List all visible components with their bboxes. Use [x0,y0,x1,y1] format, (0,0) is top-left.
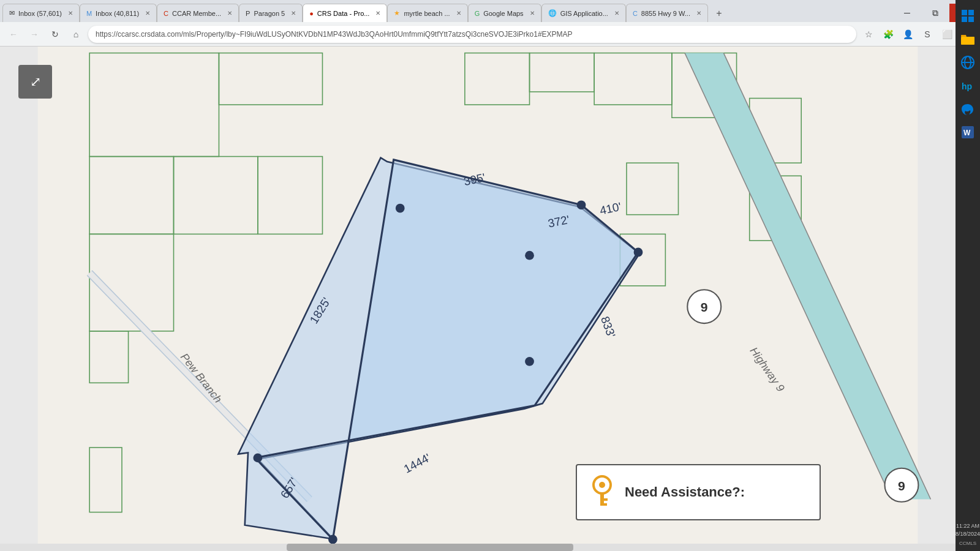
content-area: Email Save PDF [0,47,956,551]
ie-icon [960,55,975,70]
tab-close-paragon[interactable]: ✕ [291,10,296,17]
new-tab-button[interactable]: + [710,5,728,22]
tab-favicon-ccar: C [164,10,168,17]
tab-paragon[interactable]: P Paragon 5 ✕ [239,4,303,22]
bookmark-star-button[interactable]: ☆ [860,26,877,43]
assistance-text: Need Assistance?: [625,484,745,500]
collapse-icon: ⤢ [30,74,41,90]
tab-close-myrtle[interactable]: ✕ [456,10,461,17]
tab-close-gis[interactable]: ✕ [614,10,619,17]
svg-text:hp: hp [962,81,972,91]
tab-favicon-inbox1: ✉ [9,9,15,17]
svg-point-30 [396,204,405,213]
browser-toolbar: ← → ↻ ⌂ https://ccarsc.crsdata.com/mls/P… [0,22,980,47]
forward-button[interactable]: → [26,26,43,43]
key-icon-wrapper [587,474,617,511]
tab-close-ccar[interactable]: ✕ [227,10,232,17]
word-icon: W [960,125,975,140]
tab-myrtle[interactable]: ★ myrtle beach ... ✕ [387,4,467,22]
svg-rect-41 [604,503,607,506]
tab-8855hwy[interactable]: C 8855 Hwy 9 W... ✕ [626,4,708,22]
svg-point-32 [525,251,534,260]
tab-close-inbox1[interactable]: ✕ [68,10,73,17]
tab-label-inbox2: Inbox (40,811) [96,10,139,17]
tab-inbox2[interactable]: M Inbox (40,811) ✕ [80,4,157,22]
route9-label-upper: 9 [701,300,708,314]
system-date: 8/18/2024 [956,531,980,538]
tab-favicon-inbox2: M [86,10,92,17]
svg-point-36 [328,535,337,544]
svg-text:W: W [963,129,971,137]
key-icon [588,474,616,511]
tab-favicon-myrtle: ★ [394,9,400,17]
tab-label-inbox1: Inbox (57,601) [18,10,62,17]
tab-favicon-googlemaps: G [475,10,480,17]
extension-puzzle-button[interactable]: 🧩 [880,26,897,43]
tab-label-8855hwy: 8855 Hwy 9 W... [641,10,690,17]
edge-icon [960,102,975,116]
tab-googlemaps[interactable]: G Google Maps ✕ [468,4,541,22]
tab-label-crsdata: CRS Data - Pro... [317,10,370,17]
svg-rect-39 [600,492,604,506]
hp-icon: hp [960,78,975,93]
tab-ccar[interactable]: C CCAR Membe... ✕ [157,4,239,22]
profile-button[interactable]: 👤 [899,26,916,43]
taskbar-btn-edge[interactable] [957,98,979,120]
tab-close-8855hwy[interactable]: ✕ [696,10,701,17]
extensions-button[interactable]: ⬜ [938,26,956,43]
svg-point-35 [253,453,262,462]
reload-button[interactable]: ↻ [47,26,64,43]
map-container[interactable]: 395' 372' 410' 833' 1444' 1825' 657' 9 [0,47,956,551]
browser-tabs: ✉ Inbox (57,601) ✕ M Inbox (40,811) ✕ C … [0,0,980,22]
tab-favicon-8855hwy: C [633,10,638,17]
tab-close-crsdata[interactable]: ✕ [375,10,380,17]
svg-point-33 [634,248,643,257]
tab-inbox1[interactable]: ✉ Inbox (57,601) ✕ [2,4,80,22]
windows-taskbar-right: hp W 11:22 AM 8/18/2024 CCMLS [956,47,980,551]
tab-label-myrtle: myrtle beach ... [404,10,450,17]
tab-favicon-paragon: P [246,10,250,17]
tab-label-gis: GIS Applicatio... [560,10,608,17]
system-time: 11:22 AM [956,523,979,530]
address-bar-text: https://ccarsc.crsdata.com/mls/Property/… [96,30,573,39]
tab-favicon-gis: 🌐 [548,9,557,17]
svg-point-38 [599,482,605,488]
assistance-box: Need Assistance?: [576,464,821,520]
svg-point-31 [577,200,586,209]
main-content-wrapper: Email Save PDF [0,47,980,551]
tab-crsdata[interactable]: ● CRS Data - Pro... ✕ [303,4,387,22]
tab-label-googlemaps: Google Maps [483,10,523,17]
home-button[interactable]: ⌂ [67,26,85,43]
route9-label-lower: 9 [898,479,905,493]
tab-close-googlemaps[interactable]: ✕ [530,10,535,17]
minimize-button[interactable]: ─ [893,4,921,22]
ccmls-label: CCMLS [959,541,976,546]
tab-label-paragon: Paragon 5 [254,10,285,17]
scrollbar[interactable] [0,544,956,551]
restore-button[interactable]: ⧉ [921,4,949,22]
tab-favicon-crsdata: ● [309,10,314,17]
collapse-map-button[interactable]: ⤢ [18,65,52,99]
sync-button[interactable]: S [919,26,936,43]
taskbar-btn-file-explorer[interactable] [957,47,979,50]
svg-point-34 [525,357,534,366]
taskbar-btn-word[interactable]: W [957,121,979,143]
tab-gis[interactable]: 🌐 GIS Applicatio... ✕ [541,4,626,22]
scrollbar-thumb[interactable] [287,544,573,551]
tab-close-inbox2[interactable]: ✕ [145,10,150,17]
address-bar[interactable]: https://ccarsc.crsdata.com/mls/Property/… [88,26,856,43]
svg-rect-40 [604,498,608,501]
tab-label-ccar: CCAR Membe... [172,10,221,17]
taskbar-btn-ie[interactable] [957,51,979,73]
back-button[interactable]: ← [5,26,22,43]
taskbar-btn-hp[interactable]: hp [957,75,979,97]
